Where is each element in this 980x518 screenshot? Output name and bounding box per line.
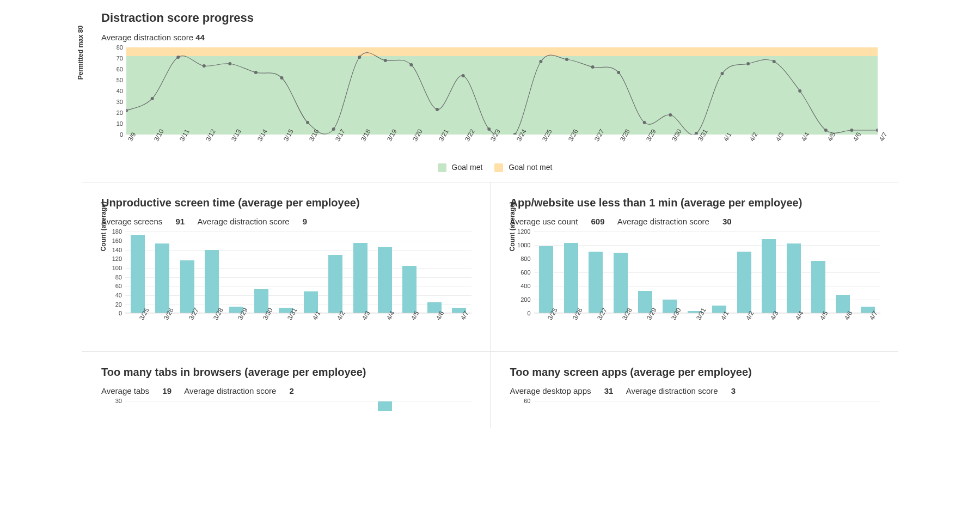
svg-point-11 xyxy=(358,56,361,59)
svg-point-29 xyxy=(824,129,828,132)
ytick: 30 xyxy=(117,99,123,105)
ytick: 140 xyxy=(112,247,122,253)
app-use-chart: Count (average)020040060080010001200 3/2… xyxy=(510,231,880,335)
svg-point-19 xyxy=(565,58,568,61)
bar xyxy=(762,239,776,313)
svg-point-15 xyxy=(462,74,465,77)
ytick: 60 xyxy=(524,398,530,404)
bar xyxy=(811,261,825,313)
svg-rect-1 xyxy=(126,56,878,135)
distraction-progress-subtitle: Average distraction score 44 xyxy=(101,33,898,42)
ytick: 160 xyxy=(112,237,122,244)
distraction-progress-title: Distraction score progress xyxy=(101,11,898,25)
svg-point-21 xyxy=(617,71,620,74)
svg-point-12 xyxy=(384,59,387,62)
svg-point-3 xyxy=(151,97,154,100)
ytick: 100 xyxy=(112,265,122,271)
svg-point-7 xyxy=(254,71,258,74)
ytick: 10 xyxy=(117,120,123,127)
bar xyxy=(180,260,194,313)
ytick: 60 xyxy=(117,66,123,72)
ytick: 20 xyxy=(117,109,123,116)
svg-point-13 xyxy=(409,63,413,66)
ytick: 80 xyxy=(117,44,123,51)
app-use-title: App/website use less than 1 min (average… xyxy=(510,197,899,209)
bar xyxy=(787,243,801,313)
bar xyxy=(155,243,169,313)
bar xyxy=(205,250,219,313)
svg-point-30 xyxy=(850,129,853,132)
bar xyxy=(589,252,603,313)
bar xyxy=(402,266,416,313)
svg-point-4 xyxy=(176,56,180,59)
ytick: 0 xyxy=(120,131,123,138)
ytick: 0 xyxy=(119,310,122,316)
ytick: 800 xyxy=(520,255,530,262)
ytick: 400 xyxy=(520,283,530,289)
ytick: 0 xyxy=(527,310,530,316)
ytick: 60 xyxy=(115,283,122,289)
too-many-apps-subtitle: Average desktop apps 31 Average distract… xyxy=(510,386,899,395)
ytick: 40 xyxy=(115,292,122,298)
svg-point-23 xyxy=(669,113,672,117)
unproductive-screen-time-panel: Unproductive screen time (average per em… xyxy=(82,182,490,351)
svg-point-10 xyxy=(332,127,335,131)
too-many-tabs-subtitle: Average tabs 19 Average distraction scor… xyxy=(101,386,490,395)
bar xyxy=(564,243,578,313)
svg-point-22 xyxy=(643,121,646,124)
distraction-progress-yaxis-label: Permitted max 80 xyxy=(77,26,84,80)
too-many-apps-title: Too many screen apps (average per employ… xyxy=(510,366,899,379)
app-use-panel: App/website use less than 1 min (average… xyxy=(490,182,899,351)
legend-swatch-goal-not-met xyxy=(494,163,503,172)
bar xyxy=(378,401,392,411)
ytick: 70 xyxy=(117,55,123,62)
ytick: 200 xyxy=(520,296,530,303)
svg-rect-0 xyxy=(126,47,878,56)
svg-point-27 xyxy=(773,60,776,63)
svg-point-9 xyxy=(306,121,309,124)
ytick: 50 xyxy=(117,77,123,83)
ytick: 80 xyxy=(115,274,122,281)
xtick: 4/7 xyxy=(878,131,889,143)
too-many-tabs-panel: Too many tabs in browsers (average per e… xyxy=(82,352,490,428)
unproductive-screen-time-title: Unproductive screen time (average per em… xyxy=(101,197,490,209)
ytick: 120 xyxy=(112,255,122,262)
ytick: 40 xyxy=(117,88,123,94)
ytick: 20 xyxy=(115,301,122,308)
app-use-subtitle: Average use count 609 Average distractio… xyxy=(510,217,899,226)
ytick: 1200 xyxy=(517,228,530,235)
too-many-apps-chart: 60 xyxy=(510,401,880,412)
unproductive-screen-time-chart: Count (average)020406080100120140160180 … xyxy=(101,231,471,335)
bar xyxy=(614,253,628,313)
svg-point-25 xyxy=(721,72,724,75)
bar xyxy=(131,235,145,313)
unproductive-screen-time-subtitle: Average screens 91 Average distraction s… xyxy=(101,217,490,226)
too-many-apps-panel: Too many screen apps (average per employ… xyxy=(490,352,899,428)
svg-point-6 xyxy=(228,62,231,65)
bar xyxy=(353,243,367,313)
bar xyxy=(737,252,751,313)
distraction-progress-legend: Goal met Goal not met xyxy=(82,163,898,172)
svg-point-16 xyxy=(487,127,491,131)
svg-point-8 xyxy=(280,76,284,80)
too-many-tabs-title: Too many tabs in browsers (average per e… xyxy=(101,366,490,379)
bar xyxy=(539,246,553,313)
ytick: 1000 xyxy=(517,242,530,248)
svg-point-28 xyxy=(798,89,801,93)
svg-point-14 xyxy=(436,108,439,111)
ytick: 30 xyxy=(115,398,122,404)
svg-point-20 xyxy=(591,65,595,69)
bar xyxy=(378,247,392,313)
distraction-progress-chart: Permitted max 80 01020304050607080 3/93/… xyxy=(101,47,898,159)
legend-swatch-goal-met xyxy=(438,163,446,172)
too-many-tabs-chart: 30 xyxy=(101,401,471,412)
svg-point-18 xyxy=(539,60,542,63)
svg-point-26 xyxy=(746,62,750,65)
bar xyxy=(328,255,342,313)
ytick: 600 xyxy=(520,269,530,276)
svg-point-5 xyxy=(203,64,206,68)
ytick: 180 xyxy=(112,228,122,235)
